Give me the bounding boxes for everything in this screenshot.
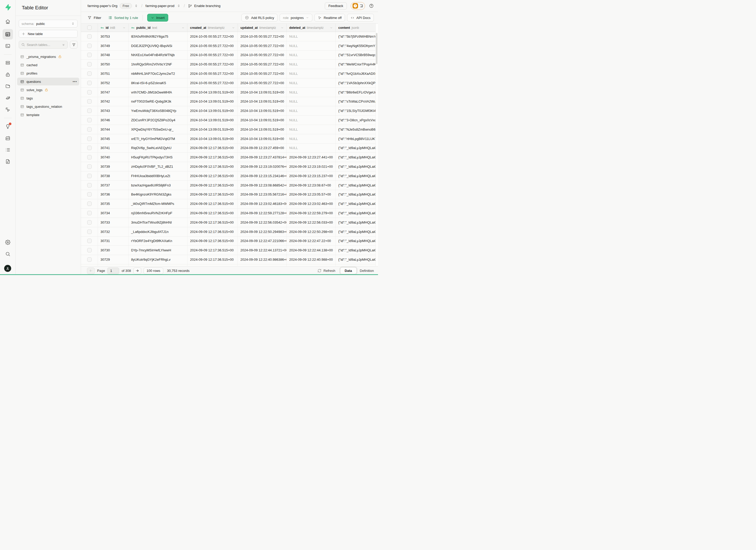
cell-id[interactable]: 30749 bbox=[98, 41, 129, 50]
cell-updated-at[interactable]: 2024-09-09 12:22:59.277128+00 bbox=[238, 209, 287, 218]
cell-created-at[interactable]: 2024-10-05 00:55:27.722+00 bbox=[187, 32, 238, 41]
cell-created-at[interactable]: 2024-09-09 12:17:36.515+00 bbox=[187, 181, 238, 190]
cell-public-id[interactable]: _La6pddxcKJIbgufATJ1n bbox=[129, 227, 187, 236]
cell-created-at[interactable]: 2024-10-04 13:09:01.519+00 bbox=[187, 97, 238, 106]
row-checkbox[interactable] bbox=[81, 171, 98, 180]
column-header-id[interactable]: idint8 bbox=[98, 24, 129, 32]
realtime-icon[interactable] bbox=[4, 105, 12, 114]
cell-created-at[interactable]: 2024-10-05 00:55:27.722+00 bbox=[187, 60, 238, 69]
table-filter-button[interactable] bbox=[70, 41, 78, 49]
cell-public-id[interactable]: 1hnRQjxSRm2V0VticY2NF bbox=[129, 60, 187, 69]
api-docs-icon[interactable] bbox=[4, 157, 12, 166]
cell-deleted-at[interactable]: NULL bbox=[287, 41, 336, 50]
refresh-button[interactable]: Refresh bbox=[318, 269, 335, 273]
cell-content[interactable]: {"id":"_Id9aLyJpMHQLaiQC bbox=[336, 153, 378, 162]
user-avatar-icon[interactable] bbox=[4, 265, 11, 272]
cell-public-id[interactable]: 3muDHTceTWso9IZj8hHNI bbox=[129, 218, 187, 227]
cell-content[interactable]: {"id":"5b7j5Pz9WHBNmY_A bbox=[336, 32, 378, 41]
supabase-logo-icon[interactable] bbox=[4, 4, 11, 11]
sidebar-table-item[interactable]: template bbox=[17, 111, 79, 119]
cell-deleted-at[interactable]: 2024-09-09 12:22:37.958+00 bbox=[287, 264, 336, 266]
cell-updated-at[interactable]: 2024-09-09 12:23:27.437814+00 bbox=[238, 153, 287, 162]
cell-deleted-at[interactable]: 2024-09-09 12:22:44.138+00 bbox=[287, 246, 336, 255]
row-checkbox[interactable] bbox=[81, 88, 98, 97]
row-checkbox[interactable] bbox=[81, 144, 98, 153]
row-checkbox[interactable] bbox=[81, 153, 98, 162]
row-checkbox[interactable] bbox=[81, 227, 98, 236]
cell-id[interactable]: 30735 bbox=[98, 199, 129, 208]
cell-deleted-at[interactable]: NULL bbox=[287, 88, 336, 97]
filter-button[interactable]: Filter bbox=[87, 16, 101, 20]
cell-created-at[interactable]: 2024-10-05 00:55:27.722+00 bbox=[187, 69, 238, 78]
cell-created-at[interactable]: 2024-09-09 12:17:36.515+00 bbox=[187, 218, 238, 227]
cell-created-at[interactable]: 2024-09-09 12:17:36.515+00 bbox=[187, 209, 238, 218]
cell-deleted-at[interactable]: 2024-09-09 12:23:05.57+00 bbox=[287, 190, 336, 199]
cell-id[interactable]: 30753 bbox=[98, 32, 129, 41]
cell-created-at[interactable]: 2024-09-09 12:17:36.515+00 bbox=[187, 190, 238, 199]
cell-deleted-at[interactable]: 2024-09-09 12:22:47.22+00 bbox=[287, 237, 336, 246]
column-header-deleted-at[interactable]: deleted_attimestamptz bbox=[287, 24, 336, 32]
home-icon[interactable] bbox=[4, 17, 12, 26]
cell-id[interactable]: 30743 bbox=[98, 106, 129, 115]
table-menu-button[interactable]: ••• bbox=[73, 80, 77, 83]
row-checkbox[interactable] bbox=[81, 69, 98, 78]
cell-deleted-at[interactable]: 2024-09-09 12:23:15.237+00 bbox=[287, 171, 336, 180]
cell-updated-at[interactable]: 2024-10-05 00:55:27.722+00 bbox=[238, 41, 287, 50]
cell-updated-at[interactable]: 2024-10-04 13:09:01.519+00 bbox=[238, 106, 287, 115]
column-header-content[interactable]: contentjsonb bbox=[336, 24, 378, 32]
cell-content[interactable]: {"id":"_Id9aLyJpMHQLaiQC bbox=[336, 144, 378, 153]
cell-updated-at[interactable]: 2024-10-04 13:09:01.519+00 bbox=[238, 88, 287, 97]
row-checkbox[interactable] bbox=[81, 190, 98, 199]
cell-public-id[interactable]: rYbORF2e4YgDt9fKAXaKn bbox=[129, 237, 187, 246]
cell-id[interactable]: 30742 bbox=[98, 97, 129, 106]
cell-updated-at[interactable]: 2024-09-09 12:23:19.020076+00 bbox=[238, 162, 287, 171]
cell-created-at[interactable]: 2024-10-04 13:09:01.519+00 bbox=[187, 116, 238, 125]
cell-content[interactable]: {"id":"rtHbLpgB8V11LUK7152 bbox=[336, 134, 378, 143]
cell-updated-at[interactable]: 2024-10-04 13:09:01.519+00 bbox=[238, 116, 287, 125]
scrollbar-thumb[interactable] bbox=[376, 33, 377, 64]
row-checkbox[interactable] bbox=[81, 32, 98, 41]
cell-public-id[interactable]: ZDCunRYJP2CQ5Z8Po2Gy4 bbox=[129, 116, 187, 125]
cell-public-id[interactable]: Be4KignzoK9YRGNI3Zgks bbox=[129, 190, 187, 199]
row-checkbox[interactable] bbox=[81, 78, 98, 88]
add-rls-policy-button[interactable]: Add RLS policy bbox=[241, 14, 278, 22]
cell-content[interactable]: {"id":"B6tr6eEFLrOVgeUmH bbox=[336, 88, 378, 97]
cell-created-at[interactable]: 2024-10-04 13:09:01.519+00 bbox=[187, 125, 238, 134]
sidebar-table-item[interactable]: tags_questions_relation bbox=[17, 103, 79, 110]
cell-content[interactable]: {"id":"_Id9aLyJpMHQLaiQC bbox=[336, 171, 378, 180]
cell-id[interactable]: 30739 bbox=[98, 162, 129, 171]
cell-content[interactable]: {"id":"1VASb3phnXXkQPCpv bbox=[336, 78, 378, 88]
cell-public-id[interactable]: 8KraI-tSI-6-pSZcknaK5 bbox=[129, 78, 187, 88]
cell-deleted-at[interactable]: 2024-09-09 12:23:02.463+00 bbox=[287, 199, 336, 208]
cell-created-at[interactable]: 2024-09-09 12:17:36.515+00 bbox=[187, 171, 238, 180]
cell-public-id[interactable]: DYp-7mcyMSIrHefLYIwwH bbox=[129, 246, 187, 255]
row-checkbox[interactable] bbox=[81, 162, 98, 171]
cell-created-at[interactable]: 2024-09-09 12:17:36.515+00 bbox=[187, 255, 238, 264]
row-checkbox[interactable] bbox=[81, 106, 98, 115]
cell-public-id[interactable]: NhXEo1Xw04FnB4RzWTNjb bbox=[129, 51, 187, 60]
cell-id[interactable]: 30751 bbox=[98, 69, 129, 78]
cell-content[interactable]: {"id":"_Id9aLyJpMHQLaiQC bbox=[336, 246, 378, 255]
row-checkbox[interactable] bbox=[81, 134, 98, 143]
cell-created-at[interactable]: 2024-09-09 12:17:36.515+00 bbox=[187, 237, 238, 246]
cell-deleted-at[interactable]: NULL bbox=[287, 106, 336, 115]
column-header-updated-at[interactable]: updated_attimestamptz bbox=[238, 24, 287, 32]
cell-created-at[interactable]: 2024-09-09 12:17:36.515+00 bbox=[187, 144, 238, 153]
auth-icon[interactable] bbox=[4, 70, 12, 79]
role-select[interactable]: role postgres bbox=[280, 14, 312, 22]
cell-public-id[interactable]: H5uqFKpRUTPkjxdysT3HS bbox=[129, 153, 187, 162]
cell-content[interactable]: {"id":"fvrQ1bXoJ6XaAD08G bbox=[336, 69, 378, 78]
cell-updated-at[interactable]: 2024-10-05 00:55:27.722+00 bbox=[238, 32, 287, 41]
row-checkbox[interactable] bbox=[81, 264, 98, 266]
cell-deleted-at[interactable]: NULL bbox=[287, 125, 336, 134]
cell-created-at[interactable]: 2024-10-04 13:09:01.519+00 bbox=[187, 88, 238, 97]
row-checkbox[interactable] bbox=[81, 255, 98, 264]
row-checkbox[interactable] bbox=[81, 51, 98, 60]
table-editor-icon[interactable] bbox=[3, 29, 13, 39]
cell-public-id[interactable]: XPQwDIqY6Y75SwDnU-qr_ bbox=[129, 125, 187, 134]
cell-id[interactable]: 30752 bbox=[98, 78, 129, 88]
settings-icon[interactable] bbox=[4, 238, 12, 246]
cell-updated-at[interactable]: 2024-09-09 12:22:50.294983+00 bbox=[238, 227, 287, 236]
cell-updated-at[interactable]: 2024-09-09 12:23:15.234146+00 bbox=[238, 171, 287, 180]
enable-branching-button[interactable]: Enable branching bbox=[188, 4, 220, 8]
